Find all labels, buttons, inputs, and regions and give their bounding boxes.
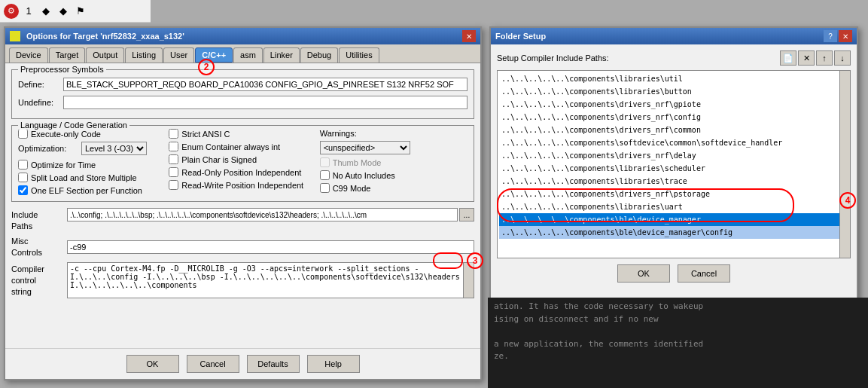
include-label: Include Paths <box>11 208 64 233</box>
optimize-time-label: Optimize for Time <box>31 160 96 170</box>
toolbar-icon-2[interactable]: ◆ <box>38 4 53 19</box>
list-item-selected-1[interactable]: ..\..\..\..\..\components\ble\device_man… <box>499 213 848 226</box>
thumb-mode-label: Thumb Mode <box>333 158 382 167</box>
split-load-checkbox[interactable] <box>18 173 28 182</box>
enum-container-checkbox[interactable] <box>169 142 178 151</box>
optimization-select[interactable]: Level 3 (-O3) <box>81 142 147 155</box>
folder-list: ..\..\..\..\..\components\libraries\util… <box>498 71 850 258</box>
tab-listing[interactable]: Listing <box>125 47 163 63</box>
compiler-textarea[interactable]: -c --cpu Cortex-M4.fp -D__MICROLIB -g -O… <box>68 263 474 298</box>
plain-char-checkbox[interactable] <box>169 154 178 164</box>
optimize-time-checkbox[interactable] <box>18 160 28 170</box>
no-auto-row: No Auto Includes <box>320 170 468 180</box>
optimize-time-row: Optimize for Time <box>18 160 166 170</box>
read-only-checkbox[interactable] <box>169 167 178 177</box>
folder-new-button[interactable]: 📄 <box>780 50 796 66</box>
folder-up-button[interactable]: ↑ <box>816 50 833 66</box>
optimization-label: Optimization: <box>18 144 78 153</box>
folder-content: Setup Compiler Include Paths: 📄 ✕ ↑ ↓ ..… <box>491 44 857 295</box>
c99-checkbox[interactable] <box>320 183 330 193</box>
list-item[interactable]: ..\..\..\..\..\components\libraries\trac… <box>499 175 848 188</box>
thumb-mode-checkbox[interactable] <box>320 157 330 167</box>
tab-debug[interactable]: Debug <box>300 47 338 63</box>
define-row: Define: <box>18 78 468 91</box>
no-auto-label: No Auto Includes <box>333 171 395 180</box>
list-item[interactable]: ..\..\..\..\..\components\libraries\sche… <box>499 162 848 175</box>
include-row: Include Paths ... <box>11 208 474 233</box>
no-auto-checkbox[interactable] <box>320 170 330 180</box>
execute-only-row: Execute-only Code <box>18 129 166 139</box>
folder-delete-button[interactable]: ✕ <box>798 50 815 66</box>
preprocessor-section: Preprocessor Symbols Define: Undefine: <box>11 69 474 119</box>
help-button[interactable]: Help <box>307 355 360 373</box>
folder-scrollbar[interactable] <box>839 71 850 258</box>
tab-linker[interactable]: Linker <box>263 47 300 63</box>
toolbar-icon-4[interactable]: ⚑ <box>73 4 88 19</box>
read-write-label: Read-Write Position Independent <box>181 181 303 190</box>
compiler-label: Compiler control string <box>11 262 64 298</box>
one-elf-row: One ELF Section per Function <box>18 185 166 195</box>
language-label: Language / Code Generation <box>18 121 129 130</box>
plain-char-label: Plain Char is Signed <box>181 155 257 164</box>
cancel-button[interactable]: Cancel <box>187 355 239 373</box>
toolbar-icon-0[interactable]: ⚙ <box>4 4 19 19</box>
list-item[interactable]: ..\..\..\..\..\components\drivers_nrf\gp… <box>499 98 848 111</box>
folder-cancel-button[interactable]: Cancel <box>678 264 730 283</box>
execute-only-checkbox[interactable] <box>18 129 28 139</box>
list-item[interactable]: ..\..\..\..\..\components\drivers_nrf\co… <box>499 111 848 124</box>
strict-ansi-checkbox[interactable] <box>169 129 178 139</box>
list-item[interactable]: ..\..\..\..\..\components\libraries\util <box>499 72 848 85</box>
list-item[interactable]: ..\..\..\..\..\components\drivers_nrf\co… <box>499 124 848 136</box>
define-input[interactable] <box>63 78 468 91</box>
read-write-checkbox[interactable] <box>169 180 178 190</box>
ok-button[interactable]: OK <box>126 355 179 373</box>
tab-output[interactable]: Output <box>86 47 124 63</box>
undefine-input[interactable] <box>63 96 468 109</box>
undefine-label: Undefine: <box>18 98 63 107</box>
misc-label: Misc Controls <box>11 236 64 259</box>
compiler-scrollbar[interactable] <box>463 263 474 298</box>
list-item[interactable]: ..\..\..\..\..\components\drivers_nrf\de… <box>499 149 848 162</box>
tab-user[interactable]: User <box>163 47 194 63</box>
browse-button[interactable]: ... <box>459 208 474 221</box>
code-line-1: ation. It has the code necessary to wake… <box>494 301 862 313</box>
toolbar-icon-1[interactable]: 1 <box>21 4 36 19</box>
folder-dialog: Folder Setup ? ✕ Setup Compiler Include … <box>489 26 858 305</box>
one-elf-checkbox[interactable] <box>18 185 28 195</box>
list-item[interactable]: ..\..\..\..\..\components\libraries\uart <box>499 200 848 213</box>
split-load-row: Split Load and Store Multiple <box>18 173 166 182</box>
list-item-selected-2[interactable]: ..\..\..\..\..\components\ble\device_man… <box>499 226 848 239</box>
folder-list-wrap: ..\..\..\..\..\components\libraries\util… <box>497 70 851 258</box>
language-section: Language / Code Generation Execute-only … <box>11 125 474 202</box>
tab-cpp[interactable]: C/C++ <box>195 47 233 63</box>
dialog-content: Preprocessor Symbols Define: Undefine: L… <box>5 63 480 304</box>
warnings-label: Warnings: <box>320 129 468 138</box>
tab-device[interactable]: Device <box>9 47 48 63</box>
strict-ansi-label: Strict ANSI C <box>181 130 230 139</box>
toolbar-icon-3[interactable]: ◆ <box>56 4 71 19</box>
tab-asm[interactable]: asm <box>233 47 263 63</box>
list-item[interactable]: ..\..\..\..\..\components\softdevice\com… <box>499 136 848 149</box>
list-item[interactable]: ..\..\..\..\..\components\drivers_nrf\ps… <box>499 188 848 200</box>
tab-target[interactable]: Target <box>49 47 86 63</box>
optimization-row: Optimization: Level 3 (-O3) <box>18 142 166 155</box>
folder-ok-button[interactable]: OK <box>617 264 670 283</box>
dialog-close-button[interactable]: ✕ <box>462 30 476 42</box>
include-input[interactable] <box>67 208 458 221</box>
dialog-tabs: Device Target Output Listing User C/C++ … <box>5 44 480 63</box>
list-item[interactable]: ..\..\..\..\..\components\libraries\butt… <box>499 85 848 98</box>
enum-container-row: Enum Container always int <box>169 142 316 151</box>
read-write-row: Read-Write Position Independent <box>169 180 316 190</box>
enum-container-label: Enum Container always int <box>181 142 280 151</box>
folder-close-button[interactable]: ✕ <box>839 30 852 42</box>
defaults-button[interactable]: Defaults <box>247 355 300 373</box>
folder-down-button[interactable]: ↓ <box>834 50 851 66</box>
folder-buttons: OK Cancel <box>497 258 851 289</box>
warnings-select[interactable]: <unspecified> <box>320 141 410 154</box>
execute-only-label: Execute-only Code <box>31 130 101 139</box>
tab-utilities[interactable]: Utilities <box>339 47 379 63</box>
folder-header-label: Setup Compiler Include Paths: <box>497 53 609 63</box>
folder-help-button[interactable]: ? <box>824 30 837 42</box>
c99-label: C99 Mode <box>333 184 371 193</box>
misc-input[interactable] <box>67 240 474 254</box>
